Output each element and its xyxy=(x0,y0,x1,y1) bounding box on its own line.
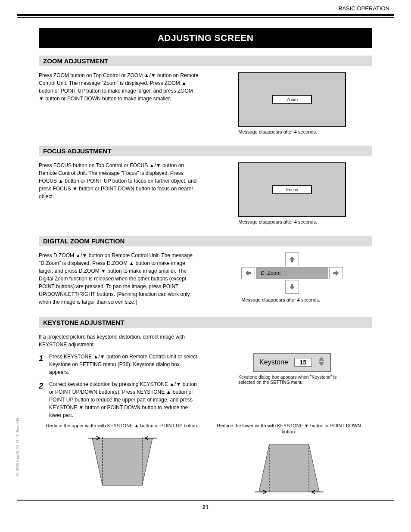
dzoom-cross: D. Zoom xyxy=(241,252,343,294)
step-1-num: 1 xyxy=(39,353,49,376)
svg-marker-0 xyxy=(92,438,153,485)
section-title-zoom: ZOOM ADJUSTMENT xyxy=(39,56,372,66)
footer-side-label: ML-9503-A pp.01-20, 37-48 (Bass-KE) xyxy=(16,418,19,477)
updown-arrows-icon xyxy=(318,357,325,368)
keystone-upper-icon xyxy=(75,431,170,487)
rule-top-thick xyxy=(17,14,394,16)
dzoom-caption: Message disappears after 4 seconds. xyxy=(241,297,343,302)
rule-top-thin xyxy=(17,17,394,18)
section-title-keystone: KEYSTONE ADJUSTMENT xyxy=(39,317,372,328)
page-header: BASIC OPERATION xyxy=(17,0,394,14)
keystone-dialog-value: 15 xyxy=(294,358,312,367)
content: ADJUSTING SCREEN ZOOM ADJUSTMENT Press Z… xyxy=(17,28,394,494)
keystone-dialog-caption: Keystone dialog box appears when "Keysto… xyxy=(238,374,346,385)
zoom-message: Zoom xyxy=(272,95,312,104)
focus-screen: Focus xyxy=(238,162,346,217)
keystone-step2: Correct keystone distortion by pressing … xyxy=(49,380,199,419)
zoom-caption: Message disappears after 4 seconds. xyxy=(238,129,346,134)
dzoom-figure: D. Zoom Message disappears after 4 secon… xyxy=(212,249,372,306)
arrow-up-icon[interactable] xyxy=(285,252,299,266)
keystone-upper-caption: Reduce the upper width with KEYSTONE ▲ b… xyxy=(46,423,198,429)
section-keystone: If a projected picture has keystone dist… xyxy=(39,330,372,419)
focus-figure: Focus Message disappears after 4 seconds… xyxy=(212,159,372,224)
zoom-figure: Zoom Message disappears after 4 seconds. xyxy=(212,69,372,134)
dzoom-text: Press D.ZOOM ▲/▼ button on Remote Contro… xyxy=(39,249,199,306)
keystone-shapes: Reduce the upper width with KEYSTONE ▲ b… xyxy=(39,423,372,494)
keystone-lower-col: Reduce the lower width with KEYSTONE ▼ b… xyxy=(212,423,365,494)
section-zoom: Press ZOOM button on Top Control or ZOOM… xyxy=(39,69,372,134)
focus-caption: Message disappears after 4 seconds. xyxy=(238,219,346,224)
section-dzoom: Press D.ZOOM ▲/▼ button on Remote Contro… xyxy=(39,249,372,306)
focus-text: Press FOCUS button on Top Control or FOC… xyxy=(39,159,199,224)
step-2-num: 2 xyxy=(39,380,49,419)
keystone-step1: Press KEYSTONE ▲/▼ button on Remote Cont… xyxy=(49,353,199,376)
page-footer: ML-9503-A pp.01-20, 37-48 (Bass-KE) 21 xyxy=(17,501,394,514)
arrow-right-icon[interactable] xyxy=(329,267,343,279)
keystone-text: If a projected picture has keystone dist… xyxy=(39,330,199,419)
keystone-lower-caption: Reduce the lower width with KEYSTONE ▼ b… xyxy=(212,423,365,435)
keystone-figure: Keystone 15 Keystone dialog box appears … xyxy=(212,330,372,419)
page-number: 21 xyxy=(202,504,209,510)
main-title: ADJUSTING SCREEN xyxy=(39,28,372,48)
keystone-lower-icon xyxy=(242,438,336,494)
svg-marker-3 xyxy=(259,445,319,492)
section-title-focus: FOCUS ADJUSTMENT xyxy=(39,146,372,156)
zoom-text: Press ZOOM button on Top Control or ZOOM… xyxy=(39,69,199,134)
header-right: BASIC OPERATION xyxy=(339,5,389,12)
focus-message: Focus xyxy=(272,185,312,194)
section-focus: Press FOCUS button on Top Control or FOC… xyxy=(39,159,372,224)
keystone-upper-col: Reduce the upper width with KEYSTONE ▲ b… xyxy=(45,423,199,494)
section-title-dzoom: DIGITAL ZOOM FUNCTION xyxy=(39,236,372,246)
keystone-dialog: Keystone 15 xyxy=(253,353,331,372)
keystone-intro: If a projected picture has keystone dist… xyxy=(39,333,199,348)
arrow-down-icon[interactable] xyxy=(285,280,299,294)
dzoom-message: D. Zoom xyxy=(256,267,328,279)
arrow-left-icon[interactable] xyxy=(241,267,255,279)
page: BASIC OPERATION ADJUSTING SCREEN ZOOM AD… xyxy=(0,0,411,514)
keystone-dialog-label: Keystone xyxy=(259,358,288,366)
zoom-screen: Zoom xyxy=(238,72,346,127)
